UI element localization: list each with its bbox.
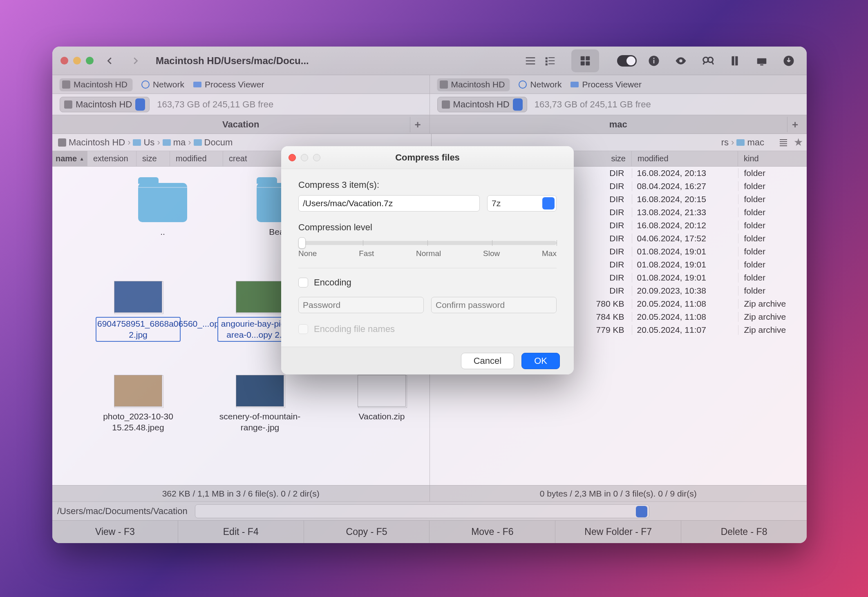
- fn-button[interactable]: Move - F6: [430, 521, 555, 543]
- cell-modified: 20.05.2024, 11:08: [632, 299, 738, 309]
- fn-button[interactable]: Copy - F5: [304, 521, 430, 543]
- cell-kind: folder: [738, 247, 807, 256]
- view-icons-button[interactable]: [571, 49, 599, 72]
- cell-size: DIR: [579, 273, 632, 283]
- chevron-updown-icon: [542, 197, 555, 209]
- fn-button[interactable]: Delete - F8: [681, 521, 807, 543]
- archive-path-input[interactable]: [298, 195, 480, 212]
- col-kind-r[interactable]: kind: [738, 151, 807, 166]
- pane-tab-right[interactable]: mac+: [430, 115, 807, 134]
- view-columns-icon[interactable]: [540, 51, 560, 71]
- list-row[interactable]: DIR01.08.2024, 19:01folder: [579, 271, 807, 284]
- tab-left-process[interactable]: Process Viewer: [193, 80, 264, 89]
- file-item[interactable]: 6904758951_6868a06560_...opy 2.jpg: [93, 281, 183, 342]
- col-modified[interactable]: modified: [170, 151, 223, 166]
- cell-size: 784 KB: [579, 312, 632, 322]
- folder-icon: [138, 183, 187, 222]
- status-left: 362 KB / 1,1 MB in 3 / 6 file(s). 0 / 2 …: [52, 485, 430, 501]
- cell-modified: 01.08.2024, 19:01: [632, 247, 738, 256]
- cell-kind: folder: [738, 168, 807, 178]
- cell-modified: 20.09.2023, 10:38: [632, 286, 738, 296]
- share-icon[interactable]: [752, 51, 772, 71]
- cell-size: DIR: [579, 181, 632, 191]
- view-mode-group: [517, 49, 564, 72]
- format-select[interactable]: 7z: [487, 195, 557, 212]
- list-row[interactable]: DIR16.08.2024, 20:15folder: [579, 193, 807, 206]
- crumb[interactable]: Macintosh HD: [58, 137, 125, 148]
- nav-back-button[interactable]: [101, 52, 119, 70]
- col-extension[interactable]: extension: [87, 151, 136, 166]
- encoding-checkbox-row[interactable]: Encoding: [298, 277, 557, 288]
- cell-modified: 16.08.2024, 20:12: [632, 221, 738, 230]
- confirm-password-input[interactable]: [431, 297, 557, 313]
- fn-button[interactable]: Edit - F4: [178, 521, 304, 543]
- list-row[interactable]: DIR08.04.2024, 16:27folder: [579, 180, 807, 193]
- tab-right-process[interactable]: Process Viewer: [570, 80, 642, 89]
- favorite-icon[interactable]: ★: [792, 136, 804, 149]
- file-label: 6904758951_6868a06560_...opy 2.jpg: [96, 317, 181, 342]
- crumb[interactable]: Docum: [194, 137, 233, 148]
- volume-select-left[interactable]: Macintosh HD: [60, 97, 150, 112]
- cancel-button[interactable]: Cancel: [461, 353, 514, 369]
- fn-button[interactable]: View - F3: [52, 521, 178, 543]
- fn-button[interactable]: New Folder - F7: [555, 521, 681, 543]
- checkbox-icon[interactable]: [298, 278, 308, 287]
- download-icon[interactable]: [779, 51, 799, 71]
- tab-right-hd[interactable]: Macintosh HD: [437, 78, 510, 91]
- crumb[interactable]: rs: [721, 137, 729, 148]
- tab-left-network[interactable]: Network: [141, 80, 184, 89]
- add-tab-right[interactable]: +: [787, 117, 803, 132]
- slider-knob[interactable]: [298, 237, 306, 249]
- crumb[interactable]: Us: [133, 137, 154, 148]
- current-path: /Users/mac/Documents/Vacation: [57, 506, 188, 517]
- col-modified-r[interactable]: modified: [632, 151, 738, 166]
- list-row[interactable]: DIR20.09.2023, 10:38folder: [579, 284, 807, 297]
- file-item[interactable]: photo_2023-10-30 15.25.48.jpeg: [93, 375, 183, 433]
- cell-size: DIR: [579, 221, 632, 230]
- file-item[interactable]: ..: [118, 183, 208, 237]
- close-window-button[interactable]: [60, 57, 68, 65]
- svg-rect-6: [581, 56, 585, 60]
- list-row[interactable]: 779 KB20.05.2024, 11:07Zip archive: [579, 323, 807, 336]
- crumb[interactable]: mac: [736, 137, 764, 148]
- view-list-icon[interactable]: [521, 51, 540, 71]
- col-size-r[interactable]: size: [579, 151, 632, 166]
- nav-forward-button[interactable]: [126, 52, 144, 70]
- pane-tab-left[interactable]: Vacation+: [52, 115, 430, 134]
- window-title: Macintosh HD/Users/mac/Docu...: [156, 55, 309, 67]
- tab-left-hd[interactable]: Macintosh HD: [60, 78, 132, 91]
- volume-select-right[interactable]: Macintosh HD: [437, 97, 527, 112]
- minimize-window-button[interactable]: [73, 57, 81, 65]
- col-size[interactable]: size: [136, 151, 170, 166]
- status-right: 0 bytes / 2,3 MB in 0 / 3 file(s). 0 / 9…: [430, 485, 807, 501]
- compression-slider[interactable]: [298, 241, 557, 245]
- list-row[interactable]: DIR16.08.2024, 20:12folder: [579, 219, 807, 232]
- cell-size: DIR: [579, 247, 632, 256]
- quicklook-icon[interactable]: [671, 51, 691, 71]
- toggle-switch[interactable]: [617, 51, 637, 71]
- list-row[interactable]: DIR01.08.2024, 19:01folder: [579, 258, 807, 271]
- file-item[interactable]: Vacation.zip: [337, 375, 427, 422]
- ok-button[interactable]: OK: [521, 353, 560, 369]
- crumb[interactable]: ma: [163, 137, 186, 148]
- add-tab-left[interactable]: +: [410, 117, 425, 132]
- file-item[interactable]: scenery-of-mountain-range-.jpg: [215, 375, 305, 433]
- list-row[interactable]: DIR13.08.2024, 21:33folder: [579, 206, 807, 219]
- list-row[interactable]: DIR16.08.2024, 20:13folder: [579, 167, 807, 180]
- list-mode-icon[interactable]: [777, 136, 790, 149]
- list-row[interactable]: DIR01.08.2024, 19:01folder: [579, 245, 807, 258]
- archive-icon[interactable]: [725, 51, 745, 71]
- info-icon[interactable]: [644, 51, 664, 71]
- zoom-window-button[interactable]: [86, 57, 94, 65]
- list-row[interactable]: 784 KB20.05.2024, 11:08Zip archive: [579, 310, 807, 323]
- list-row[interactable]: 780 KB20.05.2024, 11:08Zip archive: [579, 297, 807, 310]
- col-name[interactable]: name▲: [52, 151, 87, 166]
- path-dropdown[interactable]: [195, 504, 649, 518]
- dialog-close-button[interactable]: [289, 154, 296, 161]
- search-icon[interactable]: [698, 51, 718, 71]
- image-thumb: [114, 281, 162, 313]
- tab-right-network[interactable]: Network: [519, 80, 562, 89]
- list-row[interactable]: DIR04.06.2024, 17:52folder: [579, 232, 807, 245]
- image-thumb: [236, 375, 284, 407]
- password-input[interactable]: [298, 297, 424, 313]
